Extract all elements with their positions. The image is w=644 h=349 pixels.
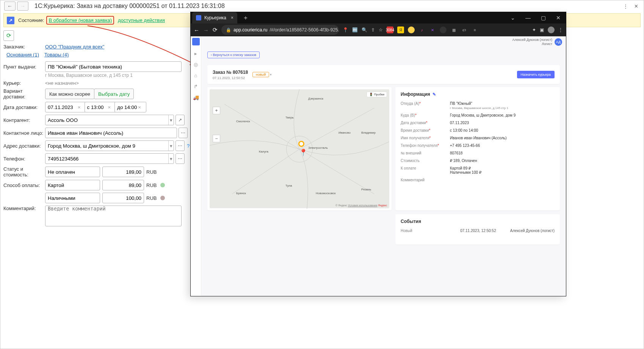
refresh-button[interactable]: ⟳ — [3, 30, 14, 41]
ext-puzzle-icon[interactable]: ✦ — [532, 27, 536, 33]
ext-panel-icon[interactable]: ▣ — [540, 27, 544, 33]
contact-more-icon[interactable]: ⋯ — [179, 128, 188, 138]
ext-grid-icon[interactable]: ▦ — [450, 26, 457, 33]
map-canvas[interactable]: Дзержинск Тверь Смоленск Иваново Калуга … — [210, 89, 389, 208]
event-status: Новый — [401, 229, 446, 233]
window-title: 1С:Курьерика: Заказ на доставку 00000025… — [34, 3, 225, 9]
order-status-dropdown-icon[interactable]: ▾ — [270, 73, 272, 76]
ext-x-icon[interactable]: ✕ — [429, 26, 436, 33]
close-icon[interactable]: ✕ — [632, 2, 640, 10]
info-to-value: Город Москва, ш Дмитровское, дом 9 — [450, 113, 555, 117]
phone-dropdown-icon[interactable]: ▾ — [168, 154, 174, 164]
app-logo-icon: ↗ — [7, 17, 14, 24]
nav-fwd-btn[interactable]: → — [17, 2, 28, 11]
info-comment-label: Комментарий — [401, 178, 450, 182]
customer-link[interactable]: ООО "Праздник для всех" — [45, 44, 104, 50]
order-title: Заказ № 807618 — [213, 70, 248, 75]
ext-music-icon[interactable]: ♪ — [418, 26, 425, 33]
clear-from-icon[interactable]: × — [108, 104, 111, 110]
select-date-button[interactable]: Выбрать дату — [94, 89, 134, 99]
web-user-avatar: АД — [555, 38, 562, 46]
ext-bars-icon[interactable]: ≡ — [472, 26, 478, 33]
browser-menu-icon[interactable]: ⋮ — [558, 27, 563, 33]
map-zoom-in[interactable]: + — [213, 107, 220, 114]
comment-textarea[interactable] — [45, 206, 182, 226]
profile-avatar-icon[interactable] — [548, 26, 555, 33]
counterparty-open-icon[interactable]: ↗ — [175, 115, 185, 125]
sidebar-home-icon[interactable]: ⌂ — [194, 73, 197, 78]
phone-more-icon[interactable]: ⋯ — [175, 153, 185, 164]
tab-favicon — [196, 15, 201, 20]
pm-cash-input[interactable] — [45, 193, 100, 203]
contact-input[interactable] — [45, 130, 177, 136]
counterparty-input[interactable] — [45, 117, 168, 123]
state-link[interactable]: В обработке (новая заявка) — [49, 17, 112, 23]
asap-button[interactable]: Как можно скорее — [45, 89, 94, 99]
customer-label: Заказчик: — [3, 44, 45, 50]
url-host: app.courierica.ru — [233, 27, 267, 33]
new-tab-icon[interactable]: ＋ — [243, 14, 249, 22]
back-to-list-button[interactable]: ‹ Вернуться к списку заказов — [207, 51, 260, 58]
time-from-input[interactable] — [85, 102, 116, 112]
browser-fwd-icon[interactable]: → — [203, 27, 209, 33]
browser-tab[interactable]: Курьерика × — [192, 12, 237, 23]
address-more-icon[interactable]: ⋯ — [175, 140, 185, 151]
tab-close-icon[interactable]: × — [231, 15, 233, 20]
close-window-icon[interactable]: ✕ — [551, 15, 566, 21]
browser-addressbar: ← → ⟳ 🔒 app.courierica.ru/#/order/a18586… — [191, 23, 566, 36]
browser-reload-icon[interactable]: ⟳ — [213, 26, 218, 33]
ext-tag-icon[interactable]: 🏷 — [461, 26, 468, 33]
tab-bases[interactable]: Основания (1) — [6, 52, 39, 58]
web-user-block[interactable]: Алексей Дуюнов (логист) Логист АД — [512, 38, 562, 46]
pm-card-input[interactable] — [45, 180, 100, 190]
pm-card-sum[interactable] — [102, 180, 144, 190]
sidebar-collapse-icon[interactable]: ▸ — [194, 51, 197, 56]
available-actions-link[interactable]: доступные действия — [118, 17, 165, 23]
tab-goods[interactable]: Товары (4) — [44, 52, 69, 58]
event-datetime: 07.11.2023, 12:50:52 — [460, 229, 496, 233]
browser-back-icon[interactable]: ← — [194, 27, 199, 33]
ext-yellow-icon[interactable] — [408, 26, 415, 33]
pm-cash-sum[interactable] — [102, 193, 144, 203]
phone-input[interactable] — [45, 156, 168, 162]
info-date-label: Дата доставки* — [401, 121, 450, 125]
ext-share-icon[interactable]: ⇪ — [371, 27, 375, 33]
ext-zoom-icon[interactable]: 🔍 — [362, 27, 367, 33]
total-input[interactable] — [102, 167, 144, 177]
map-city-label: Иваново — [338, 131, 351, 134]
counterparty-dropdown-icon[interactable]: ▾ — [168, 115, 174, 125]
ext-translate-icon[interactable]: 🔤 — [352, 27, 358, 33]
clear-to-icon[interactable]: × — [138, 104, 141, 110]
ext-dark-icon[interactable] — [440, 26, 447, 33]
address-input[interactable] — [45, 143, 168, 149]
url-bar[interactable]: 🔒 app.courierica.ru/#/order/a1858672-560… — [221, 25, 339, 35]
comment-label: Комментарий: — [3, 206, 45, 211]
ext-yandex-icon[interactable]: Я — [397, 26, 404, 33]
clear-date-icon[interactable]: × — [78, 104, 81, 110]
sidebar-truck-icon[interactable]: 🚚 — [193, 95, 199, 100]
sidebar-location-icon[interactable]: ◎ — [194, 62, 198, 67]
ext-star-icon[interactable]: ☆ — [379, 27, 383, 33]
state-label: Состояние: — [18, 17, 44, 23]
time-to-input[interactable] — [114, 102, 146, 112]
map-origin-marker — [298, 141, 304, 147]
info-edit-icon[interactable]: ✎ — [432, 92, 436, 97]
menu-icon[interactable]: ⋮ — [622, 2, 629, 10]
tabs-chevron-icon[interactable]: ⌄ — [505, 15, 520, 21]
maximize-icon[interactable]: ▢ — [536, 15, 551, 21]
paystatus-input[interactable] — [45, 167, 100, 177]
map-zoom-out[interactable]: − — [213, 135, 220, 142]
minimize-icon[interactable]: — — [520, 15, 536, 21]
assign-courier-button[interactable]: Назначить курьера — [517, 71, 555, 78]
ext-red-icon[interactable]: 3084 — [387, 26, 393, 33]
map-traffic-button[interactable]: 🚦 Пробки — [367, 92, 387, 97]
sidebar-route-icon[interactable]: ↱ — [194, 84, 198, 89]
ext-pin-icon[interactable]: 📍 — [343, 27, 348, 33]
paystatus-label: Статус и стоимость: — [3, 166, 45, 178]
nav-back-btn[interactable]: ← — [4, 2, 16, 11]
address-help-icon[interactable]: ? — [187, 143, 190, 149]
info-from-addr: г Москва, Варшавское шоссе, д 145 стр 1 — [450, 106, 508, 110]
pickup-input[interactable] — [45, 61, 182, 72]
courier-label: Курьер: — [3, 80, 45, 86]
address-dropdown-icon[interactable]: ▾ — [168, 141, 174, 151]
